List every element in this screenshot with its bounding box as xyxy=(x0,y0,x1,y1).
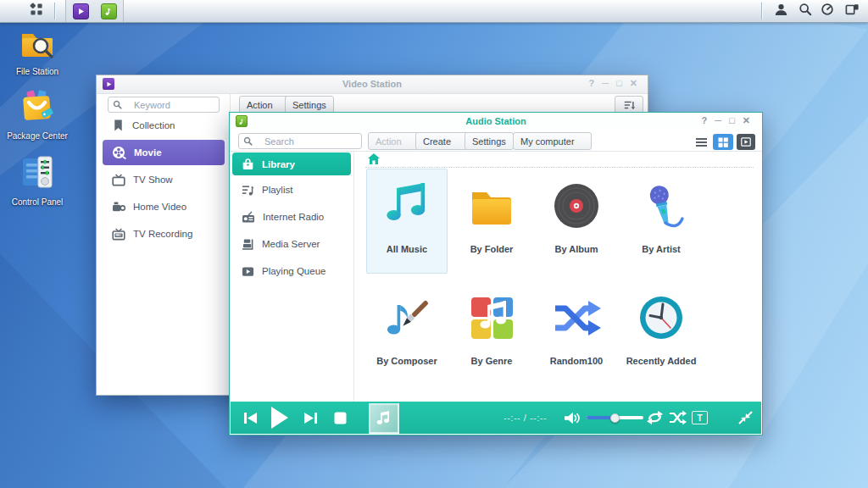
user-options-button[interactable] xyxy=(768,0,793,22)
taskbar-divider xyxy=(54,3,55,19)
stop-button[interactable] xyxy=(332,411,348,424)
settings-label: Settings xyxy=(292,100,326,110)
speaker-icon xyxy=(564,411,581,425)
repeat-button[interactable] xyxy=(645,409,664,426)
help-icon[interactable]: ? xyxy=(589,79,595,88)
clock-icon xyxy=(637,281,686,356)
sidebar-item-tv-show[interactable]: TV Show xyxy=(112,171,173,188)
list-view-button[interactable] xyxy=(691,134,711,150)
audio-search-box xyxy=(238,133,362,149)
grid-view-button[interactable] xyxy=(713,134,733,150)
player-time: --:-- / --:-- xyxy=(504,413,547,423)
volume-slider[interactable] xyxy=(587,416,643,419)
audio-station-title: Audio Station xyxy=(230,116,762,126)
vinyl-icon xyxy=(552,169,601,244)
audio-sidebar-divider xyxy=(353,151,354,402)
album-art-thumbnail[interactable] xyxy=(369,403,399,434)
sidebar-item-library[interactable]: Library xyxy=(232,152,351,175)
volume-knob[interactable] xyxy=(610,413,620,423)
sidebar-item-collection[interactable]: Collection xyxy=(112,117,175,134)
tile-by-composer[interactable]: By Composer xyxy=(366,280,448,385)
tile-recently-added[interactable]: Recently Added xyxy=(620,280,702,385)
sidebar-item-label: TV Recording xyxy=(133,229,192,239)
tv-recording-icon: REC xyxy=(112,228,125,241)
video-station-taskbar-button[interactable] xyxy=(65,0,96,22)
audio-create-button[interactable]: Create xyxy=(415,132,468,150)
tile-label: By Album xyxy=(555,244,598,255)
maximize-icon[interactable]: □ xyxy=(616,79,622,88)
video-station-window-controls: ? ─ □ ✕ xyxy=(589,79,637,88)
video-station-icon xyxy=(73,3,89,19)
play-view-button[interactable] xyxy=(737,134,755,150)
close-icon[interactable]: ✕ xyxy=(743,116,750,125)
tile-by-genre[interactable]: By Genre xyxy=(451,280,532,385)
audio-settings-button[interactable]: Settings xyxy=(465,132,514,150)
volume-button[interactable] xyxy=(563,410,581,425)
tile-label: By Folder xyxy=(470,244,514,255)
search-button[interactable] xyxy=(793,0,817,22)
video-settings-button[interactable]: Settings xyxy=(285,96,334,114)
sidebar-item-tv-recording[interactable]: REC TV Recording xyxy=(112,225,192,242)
video-sort-button[interactable] xyxy=(615,96,643,114)
media-server-icon xyxy=(242,238,254,251)
tile-all-music[interactable]: All Music xyxy=(366,169,448,274)
tile-random100[interactable]: Random100 xyxy=(536,280,617,385)
search-icon xyxy=(798,3,812,19)
video-action-button[interactable]: Action xyxy=(239,96,290,114)
sidebar-item-label: Media Server xyxy=(262,239,320,249)
main-menu-button[interactable] xyxy=(19,0,54,22)
minimize-player-button[interactable] xyxy=(736,409,754,426)
bookmark-icon xyxy=(112,119,125,132)
audio-station-titlebar: Audio Station ? ─ □ ✕ xyxy=(230,113,762,130)
play-button[interactable] xyxy=(268,406,292,430)
audio-station-taskbar-button[interactable] xyxy=(94,0,124,22)
list-view-icon xyxy=(695,137,708,147)
audio-station-window: Audio Station ? ─ □ ✕ Action Create Sett… xyxy=(229,112,763,435)
desktop-icon-file-station[interactable]: File Station xyxy=(0,27,75,77)
audio-search-input[interactable] xyxy=(263,136,357,147)
repeat-icon xyxy=(646,410,664,425)
desktop-icon-control-panel[interactable]: Control Panel xyxy=(0,154,75,208)
action-label: Action xyxy=(376,136,402,147)
shuffle-button[interactable] xyxy=(668,409,687,426)
sidebar-item-playing-queue[interactable]: Playing Queue xyxy=(242,263,326,280)
audio-station-icon xyxy=(101,3,117,19)
next-button[interactable] xyxy=(302,410,319,425)
movie-reel-icon xyxy=(112,146,126,160)
my-computer-button[interactable]: My computer xyxy=(513,132,592,150)
playlist-icon xyxy=(242,184,254,197)
minimize-icon[interactable]: ─ xyxy=(602,79,609,88)
help-icon[interactable]: ? xyxy=(702,116,708,125)
desktop-icon-package-center[interactable]: Package Center xyxy=(0,88,75,141)
system-health-button[interactable] xyxy=(815,0,839,22)
content-divider xyxy=(365,167,754,168)
home-breadcrumb-icon[interactable] xyxy=(368,152,380,168)
tile-label: Recently Added xyxy=(626,356,697,367)
sidebar-item-label: TV Show xyxy=(133,175,173,185)
sidebar-item-internet-radio[interactable]: Internet Radio xyxy=(242,208,324,225)
sidebar-item-home-video[interactable]: Home Video xyxy=(112,198,186,215)
desktop-icon-label: File Station xyxy=(4,67,70,77)
tile-by-album[interactable]: By Album xyxy=(536,169,617,274)
tile-label: Random100 xyxy=(550,356,603,367)
audio-action-button[interactable]: Action xyxy=(368,132,419,150)
close-icon[interactable]: ✕ xyxy=(630,79,637,88)
video-station-titlebar: Video Station ? ─ □ ✕ xyxy=(97,75,648,94)
sidebar-item-label: Home Video xyxy=(133,202,186,212)
sidebar-item-playlist[interactable]: Playlist xyxy=(242,181,292,198)
minimize-icon[interactable]: ─ xyxy=(715,116,721,125)
tile-by-folder[interactable]: By Folder xyxy=(451,169,532,274)
sidebar-item-movie[interactable]: Movie xyxy=(103,140,225,165)
lyrics-button[interactable]: T xyxy=(692,411,708,424)
search-icon xyxy=(243,136,253,146)
video-search-input[interactable] xyxy=(132,99,214,111)
tile-by-artist[interactable]: By Artist xyxy=(620,169,702,274)
create-label: Create xyxy=(423,136,451,147)
sort-icon xyxy=(623,99,636,111)
control-panel-icon xyxy=(19,154,56,195)
maximize-icon[interactable]: □ xyxy=(729,116,735,125)
sidebar-item-media-server[interactable]: Media Server xyxy=(242,236,320,252)
composer-icon xyxy=(382,281,431,356)
previous-button[interactable] xyxy=(242,410,259,425)
pilot-view-button[interactable] xyxy=(839,0,865,22)
